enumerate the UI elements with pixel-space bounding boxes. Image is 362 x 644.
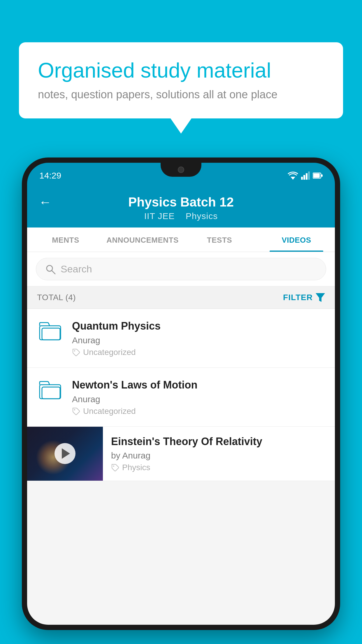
- camera-dot: [178, 167, 184, 173]
- speech-bubble-section: Organised study material notes, question…: [19, 42, 343, 118]
- bubble-subtitle: notes, question papers, solutions all at…: [38, 88, 324, 101]
- header-subtitle: IIT JEE Physics: [144, 211, 218, 221]
- video-info-1: Quantum Physics Anurag Uncategorized: [72, 319, 325, 357]
- tag-text-3: Physics: [122, 463, 150, 472]
- svg-rect-4: [308, 172, 310, 180]
- filter-icon: [316, 293, 325, 302]
- search-icon: [45, 264, 56, 275]
- play-button-3[interactable]: [55, 443, 75, 464]
- search-bar[interactable]: Search: [36, 258, 326, 280]
- tabs-bar: MENTS ANNOUNCEMENTS TESTS VIDEOS: [27, 228, 335, 252]
- phone-outer-frame: 14:29: [22, 158, 340, 630]
- tag-icon-2: [72, 407, 80, 415]
- total-count: TOTAL (4): [37, 293, 76, 302]
- wifi-icon: [288, 172, 298, 180]
- folder-icon-1: [39, 321, 61, 340]
- svg-rect-6: [313, 174, 320, 178]
- video-author-1: Anurag: [72, 335, 325, 345]
- bubble-title: Organised study material: [38, 58, 324, 83]
- tag-text-1: Uncategorized: [83, 348, 136, 357]
- video-author-3: by Anurag: [111, 451, 327, 461]
- video-info-3: Einstein's Theory Of Relativity by Anura…: [103, 427, 335, 481]
- status-time: 14:29: [39, 171, 61, 181]
- tag-icon-1: [72, 348, 80, 356]
- video-thumbnail-3: [27, 427, 103, 481]
- status-bar: 14:29: [27, 163, 335, 188]
- app-header: ← Physics Batch 12 IIT JEE Physics: [27, 188, 335, 228]
- tab-tests[interactable]: TESTS: [181, 228, 258, 252]
- filter-label: FILTER: [283, 293, 313, 302]
- search-bar-container: Search: [27, 252, 335, 286]
- svg-point-16: [74, 409, 75, 410]
- video-title-1: Quantum Physics: [72, 319, 325, 333]
- video-icon-area-1: [37, 319, 63, 340]
- video-list: Quantum Physics Anurag Uncategorized: [27, 309, 335, 481]
- play-triangle-icon: [62, 448, 70, 459]
- svg-rect-2: [303, 175, 305, 180]
- batch-title: Physics Batch 12: [128, 195, 234, 209]
- video-tag-3: Physics: [111, 463, 327, 472]
- svg-rect-12: [42, 328, 60, 340]
- battery-icon: [313, 172, 323, 179]
- video-title-3: Einstein's Theory Of Relativity: [111, 435, 327, 449]
- video-tag-2: Uncategorized: [72, 407, 325, 416]
- tag-iit-jee: IIT JEE: [144, 211, 175, 221]
- video-info-2: Newton's Laws of Motion Anurag Uncategor…: [72, 378, 325, 416]
- svg-line-9: [52, 270, 55, 274]
- signal-icon: [301, 172, 310, 180]
- svg-marker-10: [316, 293, 325, 302]
- tab-announcements[interactable]: ANNOUNCEMENTS: [104, 228, 181, 252]
- tab-ments[interactable]: MENTS: [27, 228, 104, 252]
- video-tag-1: Uncategorized: [72, 348, 325, 357]
- video-item-3[interactable]: Einstein's Theory Of Relativity by Anura…: [27, 427, 335, 481]
- svg-point-13: [74, 350, 75, 351]
- svg-rect-15: [42, 387, 60, 399]
- search-placeholder: Search: [61, 263, 92, 275]
- filter-bar: TOTAL (4) FILTER: [27, 286, 335, 309]
- header-top: ← Physics Batch 12: [39, 195, 323, 209]
- speech-bubble-card: Organised study material notes, question…: [19, 42, 343, 118]
- phone-screen: ← Physics Batch 12 IIT JEE Physics MENTS…: [27, 188, 335, 625]
- svg-rect-7: [321, 174, 323, 177]
- tab-videos[interactable]: VIDEOS: [258, 228, 335, 252]
- svg-point-17: [113, 466, 114, 467]
- svg-marker-0: [291, 177, 295, 180]
- filter-button[interactable]: FILTER: [283, 293, 325, 302]
- tag-text-2: Uncategorized: [83, 407, 136, 416]
- svg-rect-1: [301, 177, 303, 180]
- tag-physics: Physics: [186, 211, 218, 221]
- tag-icon-3: [111, 463, 119, 472]
- status-icons: [288, 172, 323, 180]
- phone-mockup: 14:29: [22, 158, 340, 644]
- video-item-1[interactable]: Quantum Physics Anurag Uncategorized: [27, 309, 335, 368]
- video-title-2: Newton's Laws of Motion: [72, 378, 325, 392]
- back-button[interactable]: ←: [39, 195, 52, 209]
- video-item-2[interactable]: Newton's Laws of Motion Anurag Uncategor…: [27, 368, 335, 427]
- video-icon-area-2: [37, 378, 63, 399]
- svg-rect-3: [306, 173, 307, 180]
- folder-icon-2: [39, 379, 61, 399]
- video-author-2: Anurag: [72, 394, 325, 404]
- phone-notch: [161, 163, 201, 177]
